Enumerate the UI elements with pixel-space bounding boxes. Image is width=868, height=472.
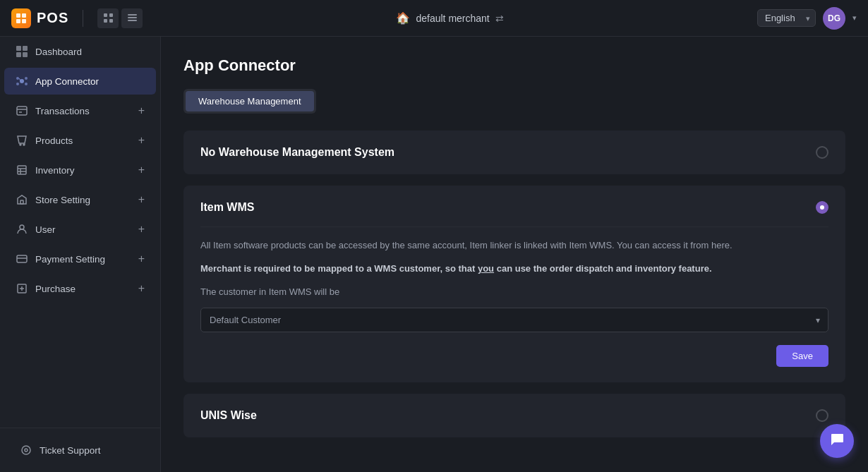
sidebar-item-app-connector[interactable]: App Connector (4, 68, 156, 95)
svg-rect-7 (109, 19, 113, 23)
sidebar-item-transactions[interactable]: Transactions + (4, 97, 156, 124)
sidebar-item-user[interactable]: User + (4, 216, 156, 243)
svg-rect-8 (128, 14, 137, 16)
sidebar-item-store-setting[interactable]: Store Setting + (4, 186, 156, 213)
svg-point-15 (20, 79, 24, 83)
no-wms-radio[interactable] (816, 146, 828, 159)
chat-icon (829, 432, 845, 451)
chat-fab[interactable] (820, 424, 854, 458)
sidebar-label-user: User (35, 224, 56, 235)
sidebar-label-products: Products (35, 135, 73, 146)
section-no-wms-header: No Warehouse Management System (200, 146, 828, 159)
save-btn-row: Save (200, 345, 828, 367)
unis-wise-radio[interactable] (816, 409, 828, 422)
layout: Dashboard App Connector (0, 37, 868, 472)
svg-point-16 (16, 77, 19, 80)
sidebar-item-purchase[interactable]: Purchase + (4, 275, 156, 302)
inventory-icon (16, 164, 28, 176)
language-select[interactable]: English (757, 9, 816, 27)
unis-wise-title: UNIS Wise (200, 409, 257, 422)
sidebar-label-dashboard: Dashboard (35, 47, 82, 57)
inventory-add-icon[interactable]: + (138, 164, 145, 176)
svg-point-19 (25, 83, 28, 85)
user-add-icon[interactable]: + (138, 223, 145, 236)
sidebar-label-payment-setting: Payment Setting (35, 254, 105, 265)
svg-rect-10 (128, 20, 137, 21)
products-add-icon[interactable]: + (138, 134, 145, 147)
topbar-divider (83, 10, 83, 27)
save-button[interactable]: Save (776, 345, 828, 367)
payment-icon (16, 253, 28, 265)
item-wms-radio[interactable] (816, 201, 828, 214)
sidebar-item-inventory[interactable]: Inventory + (4, 157, 156, 183)
section-item-wms: Item WMS All Item software products can … (183, 186, 845, 382)
svg-point-37 (22, 446, 30, 454)
wms-divider (200, 226, 828, 227)
topbar: POS 🏠 default merchant (0, 0, 868, 37)
svg-point-38 (25, 449, 28, 452)
support-icon (20, 444, 32, 456)
sidebar-item-ticket-support[interactable]: Ticket Support (8, 437, 152, 464)
connector-icon (16, 75, 28, 87)
section-unis-wise: UNIS Wise (183, 394, 845, 437)
list-view-button[interactable] (121, 8, 143, 28)
switch-icon[interactable]: ⇄ (495, 13, 504, 24)
transactions-add-icon[interactable]: + (138, 104, 145, 117)
topbar-left: POS (11, 8, 143, 28)
dashboard-icon (16, 45, 28, 58)
topbar-right: English DG ▾ (757, 7, 857, 30)
pos-logo-icon (11, 8, 31, 28)
wms-description-3: The customer in Item WMS will be (200, 285, 828, 300)
svg-rect-30 (20, 200, 23, 204)
purchase-add-icon[interactable]: + (138, 282, 145, 295)
svg-rect-1 (22, 13, 26, 18)
svg-rect-5 (109, 13, 113, 17)
section-unis-wise-header: UNIS Wise (200, 409, 828, 422)
language-selector-wrapper[interactable]: English (757, 9, 816, 27)
customer-dropdown-wrapper[interactable]: Default Customer (200, 308, 828, 332)
customer-select[interactable]: Default Customer (200, 308, 828, 332)
store-icon (16, 193, 28, 206)
wms-merchant-text: Merchant is required to be mapped to a W… (200, 263, 712, 274)
svg-rect-2 (16, 19, 20, 23)
sidebar-item-dashboard[interactable]: Dashboard (4, 38, 156, 65)
sidebar-item-payment-setting[interactable]: Payment Setting + (4, 246, 156, 272)
sidebar: Dashboard App Connector (0, 37, 161, 472)
sidebar-label-purchase: Purchase (35, 284, 76, 294)
sidebar-label-inventory: Inventory (35, 165, 75, 176)
user-icon (16, 223, 28, 236)
section-item-wms-header: Item WMS (200, 201, 828, 214)
svg-point-17 (25, 77, 28, 80)
section-no-wms: No Warehouse Management System (183, 131, 845, 174)
avatar-chevron-icon[interactable]: ▾ (852, 13, 857, 23)
item-wms-body: All Item software products can be access… (200, 226, 828, 367)
svg-rect-0 (16, 13, 20, 18)
products-icon (16, 134, 28, 147)
merchant-name: default merchant (416, 13, 489, 24)
avatar[interactable]: DG (823, 7, 845, 30)
topbar-center: 🏠 default merchant ⇄ (396, 11, 503, 25)
store-add-icon[interactable]: + (138, 193, 145, 206)
sidebar-label-store-setting: Store Setting (35, 195, 90, 205)
grid-view-button[interactable] (97, 8, 119, 28)
svg-rect-12 (23, 46, 28, 51)
app-name: POS (37, 10, 68, 26)
svg-rect-4 (104, 13, 107, 17)
sidebar-label-transactions: Transactions (35, 106, 90, 116)
sidebar-label-app-connector: App Connector (35, 76, 99, 87)
purchase-icon (16, 282, 28, 295)
svg-line-20 (19, 78, 20, 80)
svg-rect-6 (104, 19, 107, 23)
svg-rect-14 (23, 52, 28, 57)
svg-rect-11 (16, 46, 21, 51)
payment-add-icon[interactable]: + (138, 253, 145, 265)
tab-warehouse-management[interactable]: Warehouse Management (186, 91, 314, 111)
item-wms-title: Item WMS (200, 201, 254, 214)
svg-rect-9 (128, 17, 137, 18)
svg-point-24 (20, 144, 21, 145)
view-toggle (97, 8, 143, 28)
wms-description-2: Merchant is required to be mapped to a W… (200, 262, 828, 277)
pos-logo: POS (11, 8, 68, 28)
home-icon[interactable]: 🏠 (396, 11, 410, 25)
sidebar-item-products[interactable]: Products + (4, 127, 156, 154)
